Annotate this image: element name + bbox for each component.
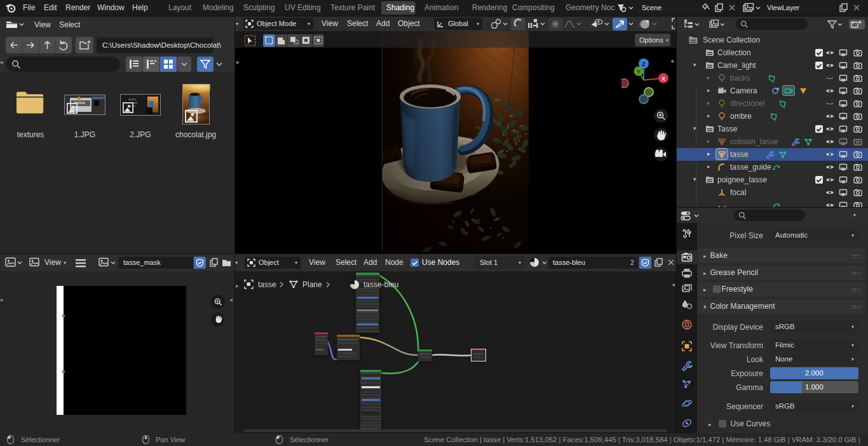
svg-text:tasse-bleu: tasse-bleu — [363, 280, 398, 289]
svg-text:X: X — [661, 76, 665, 82]
svg-text:Plane: Plane — [302, 280, 322, 289]
svg-text:Z: Z — [642, 61, 646, 67]
svg-text:tasse: tasse — [258, 280, 276, 289]
svg-text:Y: Y — [637, 69, 641, 75]
